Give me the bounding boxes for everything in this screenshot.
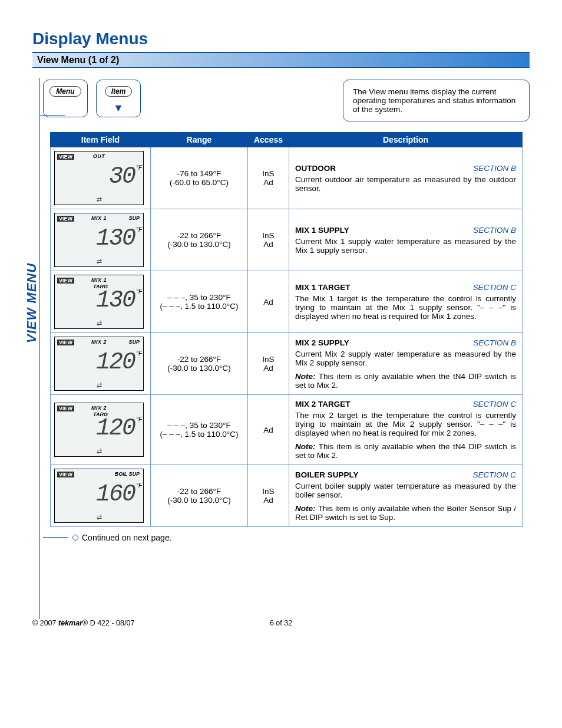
desc-title: BOILER SUPPLY <box>295 470 359 479</box>
desc-note: Note: This item is only available when t… <box>295 372 516 390</box>
section-subheader: View Menu (1 of 2) <box>32 52 530 68</box>
table-header-row: Item Field Range Access Description <box>51 133 523 147</box>
desc-note: Note: This item is only available when t… <box>295 442 516 460</box>
th-range: Range <box>151 133 248 147</box>
top-description-box: The View menu items display the current … <box>343 80 530 121</box>
lcd-unit: °F <box>136 416 142 423</box>
item-pill: Item <box>105 86 133 97</box>
lcd-mockup: VIEWMIX 2TARG120°F⇄ <box>54 403 144 457</box>
section-ref: SECTION B <box>473 226 516 235</box>
item-pill-box: Item ▼ <box>96 80 141 117</box>
lcd-top-label: OUT <box>55 153 143 159</box>
view-menu-table: Item Field Range Access Description VIEW… <box>50 132 523 527</box>
lcd-value: 130 <box>55 225 135 252</box>
menu-pill-box: Menu <box>43 80 88 117</box>
table-row: VIEWMIX 1TARG130°F⇄– – –, 35 to 230°F(– … <box>51 271 523 333</box>
lcd-value: 160 <box>55 481 135 508</box>
desc-body: The Mix 1 target is the temperature the … <box>295 294 516 321</box>
access-cell: InSAd <box>248 209 289 271</box>
description-cell: MIX 1 SUPPLYSECTION BCurrent Mix 1 suppl… <box>289 209 523 271</box>
access-cell: Ad <box>248 271 289 333</box>
continued-row: Continued on next page. <box>43 533 530 542</box>
top-description-text: The View menu items display the current … <box>353 87 515 114</box>
lcd-top-right: BOIL SUP <box>115 471 140 477</box>
continued-text: Continued on next page. <box>82 533 172 542</box>
range-cell: – – –, 35 to 230°F(– – –, 1.5 to 110.0°C… <box>151 271 248 333</box>
chevron-down-icon: ▼ <box>113 103 124 113</box>
desc-title: MIX 2 SUPPLY <box>295 338 349 347</box>
th-item: Item Field <box>51 133 151 147</box>
arrows-icon: ⇄ <box>55 258 143 265</box>
table-row: VIEWBOIL SUP160°F⇄-22 to 266°F(-30.0 to … <box>51 465 523 527</box>
range-cell: -22 to 266°F(-30.0 to 130.0°C) <box>151 465 248 527</box>
access-cell: InSAd <box>248 465 289 527</box>
lcd-mockup: VIEWOUT30°F⇄ <box>54 151 144 205</box>
lcd-top-right: SUP <box>128 339 140 345</box>
range-cell: -76 to 149°F(-60.0 to 65.0°C) <box>151 147 248 209</box>
arrows-icon: ⇄ <box>55 196 143 203</box>
lcd-top-label: MIX 1 <box>55 277 143 283</box>
desc-title: OUTDOOR <box>295 164 336 173</box>
menu-pill: Menu <box>49 86 81 97</box>
lcd-mockup: VIEWBOIL SUP160°F⇄ <box>54 469 144 523</box>
lcd-unit: °F <box>136 226 142 233</box>
section-ref: SECTION C <box>472 470 516 479</box>
desc-title: MIX 2 TARGET <box>295 400 351 409</box>
desc-title: MIX 1 TARGET <box>295 283 351 292</box>
desc-body: Current Mix 1 supply water temperature a… <box>295 237 516 255</box>
lcd-value: 130 <box>55 287 135 314</box>
desc-title: MIX 1 SUPPLY <box>295 226 349 235</box>
lcd-value: 30 <box>55 163 135 190</box>
page-footer: © 2007 tekmar® D 422 - 08/07 6 of 32 <box>32 619 530 627</box>
lcd-unit: °F <box>136 482 142 489</box>
description-cell: MIX 2 SUPPLYSECTION BCurrent Mix 2 suppl… <box>289 333 523 395</box>
continued-dot-icon <box>72 535 78 541</box>
table-row: VIEWOUT30°F⇄-76 to 149°F(-60.0 to 65.0°C… <box>51 147 523 209</box>
arrows-icon: ⇄ <box>55 381 143 389</box>
arrows-icon: ⇄ <box>55 319 143 327</box>
lcd-mockup: VIEWMIX 1SUP130°F⇄ <box>54 213 144 267</box>
footer-left: © 2007 tekmar® D 422 - 08/07 <box>32 619 134 627</box>
section-ref: SECTION B <box>473 338 516 347</box>
lcd-mockup: VIEWMIX 2SUP120°F⇄ <box>54 337 144 391</box>
description-cell: OUTDOORSECTION BCurrent outdoor air temp… <box>289 147 523 209</box>
lcd-value: 120 <box>55 415 135 442</box>
lcd-top-right: SUP <box>128 215 140 221</box>
lcd-unit: °F <box>136 164 142 171</box>
th-access: Access <box>248 133 289 147</box>
side-label: VIEW MENU <box>24 263 39 343</box>
connector-line <box>39 78 40 619</box>
table-row: VIEWMIX 2TARG120°F⇄– – –, 35 to 230°F(– … <box>51 395 523 465</box>
desc-body: Current boiler supply water temperature … <box>295 482 516 499</box>
desc-body: The mix 2 target is the temperature the … <box>295 411 516 437</box>
desc-body: Current Mix 2 supply water temperature a… <box>295 350 516 367</box>
lcd-unit: °F <box>136 350 142 357</box>
footer-center: 6 of 32 <box>270 619 292 627</box>
access-cell: InSAd <box>248 147 289 209</box>
lcd-view-tag: VIEW <box>57 472 74 477</box>
range-cell: – – –, 35 to 230°F(– – –, 1.5 to 110.0°C… <box>151 395 248 465</box>
lcd-value: 120 <box>55 349 135 375</box>
desc-body: Current outdoor air temperature as measu… <box>295 175 516 193</box>
description-cell: MIX 2 TARGETSECTION CThe mix 2 target is… <box>289 395 523 465</box>
table-row: VIEWMIX 1SUP130°F⇄-22 to 266°F(-30.0 to … <box>51 209 523 271</box>
range-cell: -22 to 266°F(-30.0 to 130.0°C) <box>151 209 248 271</box>
section-ref: SECTION C <box>472 283 516 292</box>
section-ref: SECTION C <box>472 400 516 409</box>
description-cell: BOILER SUPPLYSECTION CCurrent boiler sup… <box>289 465 523 527</box>
section-ref: SECTION B <box>473 164 516 173</box>
page-title: Display Menus <box>32 29 530 48</box>
range-cell: -22 to 266°F(-30.0 to 130.0°C) <box>151 333 248 395</box>
th-desc: Description <box>289 133 523 147</box>
lcd-unit: °F <box>136 288 142 295</box>
description-cell: MIX 1 TARGETSECTION CThe Mix 1 target is… <box>289 271 523 333</box>
access-cell: InSAd <box>248 333 289 395</box>
lcd-top-label: MIX 2 <box>55 405 143 411</box>
desc-note: Note: This item is only available when t… <box>295 504 516 522</box>
lcd-mockup: VIEWMIX 1TARG130°F⇄ <box>54 275 144 329</box>
arrows-icon: ⇄ <box>55 447 143 455</box>
table-row: VIEWMIX 2SUP120°F⇄-22 to 266°F(-30.0 to … <box>51 333 523 395</box>
access-cell: Ad <box>248 395 289 465</box>
arrows-icon: ⇄ <box>55 513 143 521</box>
